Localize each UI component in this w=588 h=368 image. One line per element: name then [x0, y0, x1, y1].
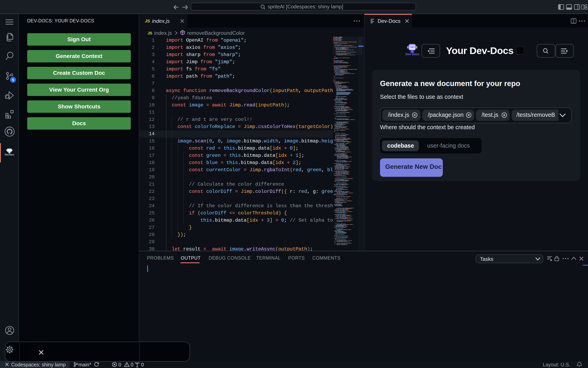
svg-text:Dev-Docs: Dev-Docs — [5, 154, 14, 156]
